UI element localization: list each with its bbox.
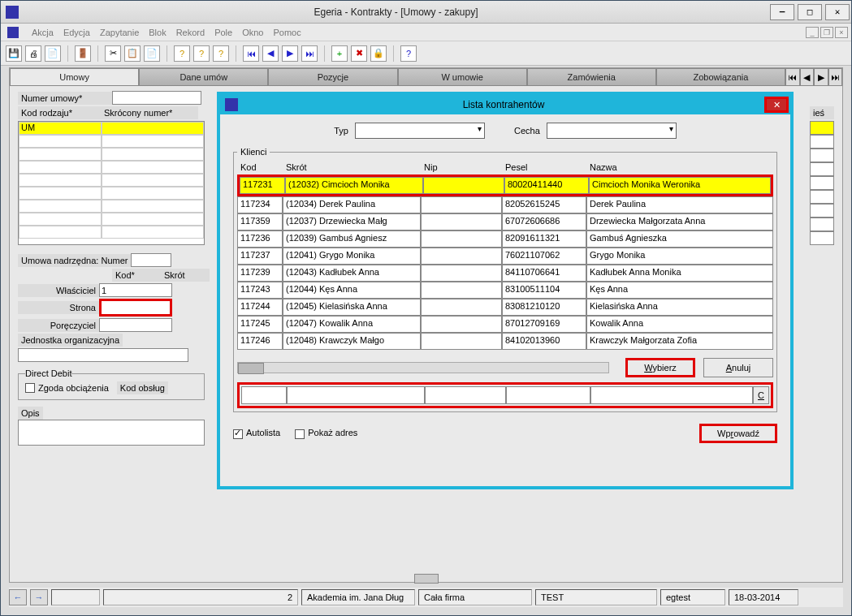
right-flag-6[interactable] — [810, 190, 834, 204]
delete-record-icon[interactable]: ✖ — [351, 45, 367, 62]
lock-icon[interactable]: 🔒 — [370, 45, 387, 62]
right-flag-9[interactable] — [810, 231, 834, 245]
child-restore-button[interactable]: ❐ — [820, 27, 833, 38]
cell-nip — [421, 265, 502, 282]
right-flag-5[interactable] — [810, 176, 834, 190]
typ-combo[interactable] — [355, 123, 485, 139]
menu-akcja[interactable]: Akcja — [32, 28, 54, 37]
table-row[interactable]: 117245(12047) Kowalik Anna87012709169Kow… — [237, 316, 773, 333]
right-flag-8[interactable] — [810, 218, 834, 231]
search-skrot-input[interactable] — [287, 386, 425, 404]
pokaz-adres-checkbox[interactable] — [295, 429, 305, 439]
menu-rekord[interactable]: Rekord — [176, 28, 205, 37]
maximize-button[interactable]: □ — [798, 4, 822, 20]
cut-icon[interactable]: ✂ — [105, 45, 121, 62]
menu-zapytanie[interactable]: Zapytanie — [100, 28, 139, 37]
cell-nazwa: Kadłubek Anna Monika — [586, 265, 773, 282]
table-row[interactable]: 117239(12043) Kadłubek Anna84110706641Ka… — [237, 265, 773, 282]
query-run-icon[interactable]: ? — [193, 45, 210, 62]
tab-pozycje[interactable]: Pozycje — [268, 68, 397, 86]
exit-icon[interactable]: 🚪 — [75, 45, 91, 62]
wlasciciel-input[interactable] — [99, 283, 172, 297]
copy-icon[interactable]: 📋 — [124, 45, 141, 62]
umowa-nadrzedna-input[interactable] — [131, 253, 171, 267]
numer-umowy-input[interactable] — [112, 91, 201, 105]
tab-zobowiazania[interactable]: Zobowiązania — [656, 68, 785, 86]
menu-blok[interactable]: Blok — [149, 28, 166, 37]
prev-record-icon[interactable]: ◀ — [262, 45, 279, 62]
search-pesel-input[interactable] — [506, 386, 590, 404]
query-cancel-icon[interactable]: ? — [213, 45, 229, 62]
autolista-checkbox[interactable] — [233, 429, 243, 439]
cell-nazwa: Drzewiecka Małgorzata Anna — [586, 213, 773, 230]
wybierz-button[interactable]: Wybierz — [625, 358, 695, 377]
search-nip-input[interactable] — [425, 386, 506, 404]
query-enter-icon[interactable]: ? — [174, 45, 190, 62]
status-env: TEST — [535, 589, 657, 605]
strona-input[interactable] — [99, 299, 172, 317]
close-button[interactable]: ✕ — [825, 4, 850, 20]
print-preview-icon[interactable]: 📄 — [45, 45, 61, 62]
search-nazwa-input[interactable] — [590, 386, 753, 404]
child-close-button[interactable]: × — [835, 27, 848, 38]
opis-input[interactable] — [18, 420, 205, 446]
menu-pomoc[interactable]: Pomoc — [273, 28, 301, 37]
tab-nav-prev-icon[interactable]: ◀ — [800, 68, 815, 86]
right-flag-3[interactable] — [810, 149, 834, 162]
table-row[interactable]: 117246(12048) Krawczyk Małgo84102013960K… — [237, 333, 773, 350]
table-row[interactable]: 117234(12034) Derek Paulina82052615245De… — [237, 196, 773, 213]
cell-pesel: 80020411440 — [504, 177, 589, 194]
right-flag-7[interactable] — [810, 204, 834, 218]
table-row[interactable]: 117236(12039) Gambuś Agniesz82091611321G… — [237, 230, 773, 248]
zgoda-checkbox[interactable] — [25, 383, 35, 393]
last-record-icon[interactable]: ⏭ — [301, 45, 318, 62]
child-minimize-button[interactable]: _ — [806, 27, 819, 38]
wprowadz-button[interactable]: Wprowadź — [699, 424, 777, 443]
search-kod-input[interactable] — [241, 386, 287, 404]
popup-lista-kontrahentow: Lista kontrahentów ✕ Typ Cecha Klienci K… — [217, 92, 794, 489]
right-flag-2[interactable] — [810, 135, 834, 149]
right-flag-4[interactable] — [810, 162, 834, 176]
insert-record-icon[interactable]: + — [331, 45, 348, 62]
print-icon[interactable]: 🖨 — [25, 45, 41, 62]
tab-dane-umow[interactable]: Dane umów — [139, 68, 268, 86]
popup-close-button[interactable]: ✕ — [764, 97, 789, 113]
poreczyciel-input[interactable] — [99, 318, 172, 332]
label-kod-obslug: Kod obsług — [117, 381, 168, 394]
status-prev-icon[interactable]: ← — [9, 589, 27, 605]
paste-icon[interactable]: 📄 — [144, 45, 160, 62]
kod-rodzaju-cell[interactable]: UM — [19, 122, 102, 135]
horizontal-scrollbar[interactable] — [237, 362, 609, 373]
jednostka-input[interactable] — [18, 348, 188, 362]
skrocony-numer-cell[interactable] — [102, 122, 204, 135]
label-wlasciciel: Właściciel — [18, 284, 99, 297]
cell-kod: 117237 — [237, 248, 283, 265]
menu-edycja[interactable]: Edycja — [63, 28, 90, 37]
cecha-combo[interactable] — [547, 123, 677, 139]
tab-zamowienia[interactable]: Zamówienia — [527, 68, 656, 86]
help-icon[interactable]: ? — [400, 45, 417, 62]
table-row[interactable]: 117359(12037) Drzewiecka Małg67072606686… — [237, 213, 773, 230]
right-flag-1[interactable] — [810, 121, 834, 135]
table-row[interactable]: 117244(12045) Kielasińska Anna8308121012… — [237, 299, 773, 316]
tab-nav-last-icon[interactable]: ⏭ — [828, 68, 843, 86]
tab-w-umowie[interactable]: W umowie — [398, 68, 527, 86]
table-row[interactable]: 117243(12044) Kęs Anna83100511104Kęs Ann… — [237, 282, 773, 299]
next-record-icon[interactable]: ▶ — [282, 45, 298, 62]
anuluj-button[interactable]: Anuluj — [703, 358, 773, 377]
splitter-handle[interactable] — [414, 574, 439, 584]
cell-kod: 117234 — [237, 196, 283, 213]
tab-umowy[interactable]: Umowy — [10, 68, 139, 86]
status-next-icon[interactable]: → — [30, 589, 48, 605]
table-row[interactable]: 117237(12041) Grygo Monika76021107062Gry… — [237, 248, 773, 265]
first-record-icon[interactable]: ⏮ — [243, 45, 259, 62]
menu-okno[interactable]: Okno — [242, 28, 263, 37]
clear-search-button[interactable]: C — [753, 386, 769, 404]
table-row[interactable]: 117231(12032) Cimcioch Monika80020411440… — [237, 174, 773, 196]
tab-nav-first-icon[interactable]: ⏮ — [785, 68, 800, 86]
menu-pole[interactable]: Pole — [214, 28, 232, 37]
minimize-button[interactable]: — — [770, 4, 794, 20]
save-icon[interactable]: 💾 — [6, 45, 22, 62]
tab-nav-next-icon[interactable]: ▶ — [814, 68, 828, 86]
cell-nip — [421, 282, 502, 299]
